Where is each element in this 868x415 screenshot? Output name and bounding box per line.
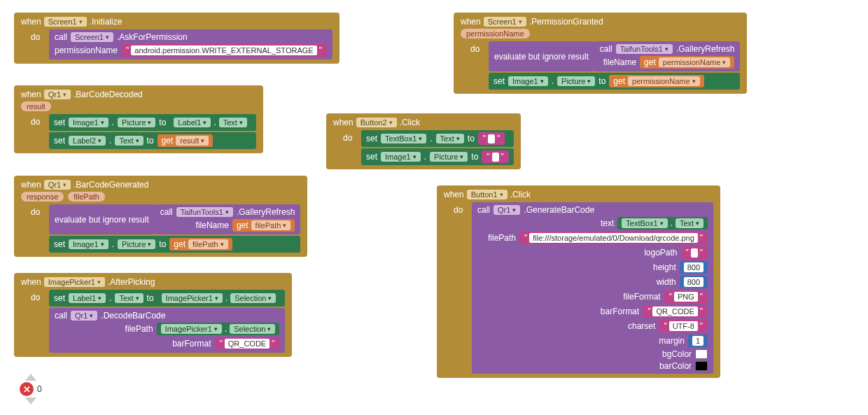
param-filepath[interactable]: filePath: [68, 192, 105, 202]
string-png[interactable]: "PNG": [664, 290, 708, 303]
get-filepath-2[interactable]: get filePath: [169, 238, 232, 251]
set-textbox1-text[interactable]: set TextBox1 . Text to "": [361, 130, 514, 147]
call-label: call: [55, 32, 67, 42]
num-margin[interactable]: 1: [688, 335, 708, 347]
string-logopath[interactable]: "": [681, 246, 708, 259]
param-response[interactable]: response: [21, 192, 64, 202]
string-empty-1[interactable]: "": [478, 132, 505, 145]
string-filepath[interactable]: "file:///storage/emulated/0/Download/qrc…: [519, 232, 708, 244]
prop-label1-text[interactable]: Label1 . Text: [169, 116, 251, 129]
error-count: 0: [37, 384, 42, 394]
call-decodebarcode[interactable]: call Qr1 .DecodeBarCode filePath ImagePi…: [49, 308, 285, 353]
prop-imagepicker-selection[interactable]: ImagePicker1 . Selection: [158, 292, 281, 304]
do-label: do: [31, 29, 45, 59]
event-imagepicker-afterpicking[interactable]: when ImagePicker1 .AfterPicking do set L…: [14, 273, 292, 357]
component-dd[interactable]: Screen1: [44, 17, 87, 27]
string-utf8[interactable]: "UTF-8": [659, 320, 708, 332]
call-askforpermission[interactable]: call Screen1 .AskForPermission permissio…: [49, 29, 332, 59]
get-permissionname[interactable]: get permissionName: [640, 56, 734, 69]
error-indicator[interactable]: ✕ 0: [20, 374, 42, 405]
when-label: when: [21, 17, 41, 27]
event-label: .Initialize: [90, 17, 122, 27]
event-permission-granted[interactable]: when Screen1 .PermissionGranted permissi…: [454, 13, 747, 94]
get-permissionname-2[interactable]: get permissionName: [609, 75, 704, 87]
collapse-up-icon[interactable]: [25, 374, 36, 381]
get-filepath[interactable]: get filePath: [232, 219, 295, 232]
get-result[interactable]: get result: [158, 134, 214, 147]
set-label2-text[interactable]: set Label2 . Text to get result: [49, 132, 256, 149]
set-image1-picture-2[interactable]: set Image1 . Picture to get filePath: [49, 236, 300, 253]
error-badge-icon: ✕: [20, 382, 34, 396]
string-qrcode[interactable]: " QR_CODE ": [215, 337, 280, 350]
arg-label: permissionName: [55, 45, 118, 55]
event-qr1-barcodedecoded[interactable]: when Qr1 .BarCodeDecoded result do set I…: [14, 85, 263, 153]
call-generatebarcode[interactable]: call Qr1 .GenerateBarCode text TextBox1.…: [472, 202, 713, 374]
call-galleryrefresh-2[interactable]: call TaifunTools1 .GalleryRefresh fileNa…: [594, 41, 741, 71]
set-image1-picture-4[interactable]: set Image1 . Picture to "": [361, 148, 514, 165]
set-label1-text[interactable]: set Label1 . Text to ImagePicker1 . Sele…: [49, 290, 285, 307]
call-method: .AskForPermission: [117, 32, 188, 42]
call-galleryrefresh[interactable]: call TaifunTools1 .GalleryRefresh fileNa…: [155, 204, 301, 234]
eval-ignore[interactable]: evaluate but ignore result: [49, 204, 155, 234]
string-empty-2[interactable]: "": [482, 150, 509, 163]
event-screen1-initialize[interactable]: when Screen1 .Initialize do call Screen1…: [14, 13, 340, 64]
set-image1-picture-3[interactable]: set Image1 . Picture to get permissionNa…: [489, 73, 740, 90]
num-height[interactable]: 800: [680, 261, 708, 274]
eval-ignore-2[interactable]: evaluate but ignore result: [489, 41, 594, 71]
prop-imagepicker-selection-2[interactable]: ImagePicker1 . Selection: [157, 323, 280, 335]
string-permission[interactable]: " android.permission.WRITE_EXTERNAL_STOR…: [121, 44, 327, 57]
color-black[interactable]: [695, 361, 708, 371]
event-button1-click[interactable]: when Button1 .Click do call Qr1 .Generat…: [437, 185, 720, 378]
set-image1-picture[interactable]: set Image1 . Picture to Label1 . Text: [49, 114, 256, 131]
call-comp-dd[interactable]: Screen1: [71, 32, 113, 42]
string-qrcode-2[interactable]: "QR_CODE": [643, 305, 708, 318]
prop-textbox1-text[interactable]: TextBox1. Text: [617, 217, 708, 230]
param-permissionname[interactable]: permissionName: [461, 29, 530, 38]
num-width[interactable]: 800: [680, 276, 708, 288]
param-result[interactable]: result: [21, 101, 51, 111]
collapse-down-icon[interactable]: [25, 398, 36, 405]
event-button2-click[interactable]: when Button2 .Click do set TextBox1 . Te…: [326, 113, 521, 169]
event-qr1-barcodegenerated[interactable]: when Qr1 .BarCodeGenerated response file…: [14, 176, 307, 257]
color-white[interactable]: [695, 349, 708, 359]
